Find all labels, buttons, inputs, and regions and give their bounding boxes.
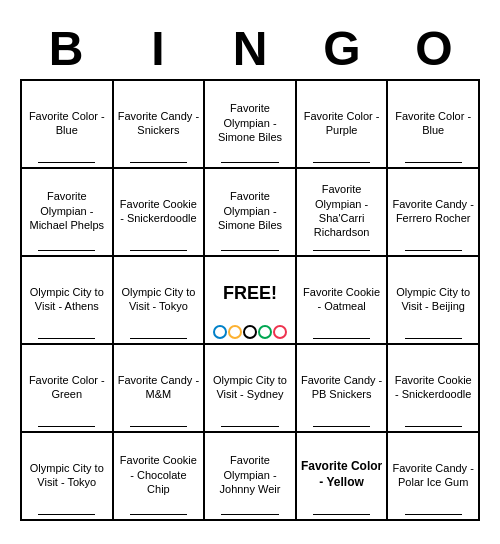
cell-line-13 (313, 338, 370, 339)
cell-line-23 (313, 514, 370, 515)
bingo-cell-21: Favorite Cookie - Chocolate Chip (114, 433, 206, 521)
cell-text-0: Favorite Color - Blue (26, 87, 108, 158)
cell-text-19: Favorite Cookie - Snickerdoodle (392, 351, 474, 422)
cell-text-20: Olympic City to Visit - Tokyo (26, 439, 108, 510)
letter-o: O (390, 23, 478, 76)
cell-text-23: Favorite Color - Yellow (301, 439, 383, 510)
cell-text-1: Favorite Candy - Snickers (118, 87, 200, 158)
cell-line-21 (130, 514, 187, 515)
cell-line-0 (38, 162, 95, 163)
bingo-cell-24: Favorite Candy - Polar Ice Gum (388, 433, 480, 521)
bingo-cell-23: Favorite Color - Yellow (297, 433, 389, 521)
cell-text-22: Favorite Olympian - Johnny Weir (209, 439, 291, 510)
cell-text-11: Olympic City to Visit - Tokyo (118, 263, 200, 334)
cell-text-17: Olympic City to Visit - Sydney (209, 351, 291, 422)
bingo-cell-9: Favorite Candy - Ferrero Rocher (388, 169, 480, 257)
cell-text-4: Favorite Color - Blue (392, 87, 474, 158)
bingo-header: B I N G O (20, 23, 480, 76)
cell-line-3 (313, 162, 370, 163)
cell-line-22 (221, 514, 278, 515)
bingo-cell-3: Favorite Color - Purple (297, 81, 389, 169)
bingo-cell-20: Olympic City to Visit - Tokyo (22, 433, 114, 521)
cell-line-9 (405, 250, 462, 251)
cell-text-24: Favorite Candy - Polar Ice Gum (392, 439, 474, 510)
cell-line-15 (38, 426, 95, 427)
letter-i: I (114, 23, 202, 76)
cell-text-2: Favorite Olympian - Simone Biles (209, 87, 291, 158)
cell-text-13: Favorite Cookie - Oatmeal (301, 263, 383, 334)
bingo-cell-4: Favorite Color - Blue (388, 81, 480, 169)
cell-line-1 (130, 162, 187, 163)
cell-text-16: Favorite Candy - M&M (118, 351, 200, 422)
bingo-grid: Favorite Color - BlueFavorite Candy - Sn… (20, 79, 480, 521)
bingo-cell-10: Olympic City to Visit - Athens (22, 257, 114, 345)
bingo-cell-7: Favorite Olympian - Simone Biles (205, 169, 297, 257)
bingo-cell-12: FREE! (205, 257, 297, 345)
cell-line-19 (405, 426, 462, 427)
bingo-cell-11: Olympic City to Visit - Tokyo (114, 257, 206, 345)
cell-text-14: Olympic City to Visit - Beijing (392, 263, 474, 334)
cell-line-8 (313, 250, 370, 251)
bingo-cell-19: Favorite Cookie - Snickerdoodle (388, 345, 480, 433)
cell-text-3: Favorite Color - Purple (301, 87, 383, 158)
bingo-cell-17: Olympic City to Visit - Sydney (205, 345, 297, 433)
bingo-cell-22: Favorite Olympian - Johnny Weir (205, 433, 297, 521)
cell-line-16 (130, 426, 187, 427)
cell-line-17 (221, 426, 278, 427)
cell-line-2 (221, 162, 278, 163)
free-cell-text: FREE! (209, 263, 291, 323)
bingo-card: B I N G O Favorite Color - BlueFavorite … (10, 13, 490, 532)
cell-line-18 (313, 426, 370, 427)
cell-text-9: Favorite Candy - Ferrero Rocher (392, 175, 474, 246)
cell-line-5 (38, 250, 95, 251)
letter-b: B (22, 23, 110, 76)
bingo-cell-13: Favorite Cookie - Oatmeal (297, 257, 389, 345)
cell-text-6: Favorite Cookie - Snickerdoodle (118, 175, 200, 246)
cell-line-14 (405, 338, 462, 339)
bingo-cell-15: Favorite Color - Green (22, 345, 114, 433)
bingo-cell-5: Favorite Olympian - Michael Phelps (22, 169, 114, 257)
letter-n: N (206, 23, 294, 76)
cell-line-20 (38, 514, 95, 515)
cell-line-7 (221, 250, 278, 251)
olympic-rings (209, 325, 291, 339)
cell-line-11 (130, 338, 187, 339)
cell-line-10 (38, 338, 95, 339)
cell-line-4 (405, 162, 462, 163)
bingo-cell-8: Favorite Olympian - Sha'Carri Richardson (297, 169, 389, 257)
cell-text-8: Favorite Olympian - Sha'Carri Richardson (301, 175, 383, 246)
bingo-cell-14: Olympic City to Visit - Beijing (388, 257, 480, 345)
bingo-cell-6: Favorite Cookie - Snickerdoodle (114, 169, 206, 257)
cell-text-18: Favorite Candy - PB Snickers (301, 351, 383, 422)
cell-line-6 (130, 250, 187, 251)
letter-g: G (298, 23, 386, 76)
bingo-cell-1: Favorite Candy - Snickers (114, 81, 206, 169)
cell-text-7: Favorite Olympian - Simone Biles (209, 175, 291, 246)
bingo-cell-0: Favorite Color - Blue (22, 81, 114, 169)
cell-text-5: Favorite Olympian - Michael Phelps (26, 175, 108, 246)
cell-text-10: Olympic City to Visit - Athens (26, 263, 108, 334)
cell-text-15: Favorite Color - Green (26, 351, 108, 422)
cell-line-24 (405, 514, 462, 515)
cell-text-21: Favorite Cookie - Chocolate Chip (118, 439, 200, 510)
bingo-cell-16: Favorite Candy - M&M (114, 345, 206, 433)
bingo-cell-2: Favorite Olympian - Simone Biles (205, 81, 297, 169)
bingo-cell-18: Favorite Candy - PB Snickers (297, 345, 389, 433)
